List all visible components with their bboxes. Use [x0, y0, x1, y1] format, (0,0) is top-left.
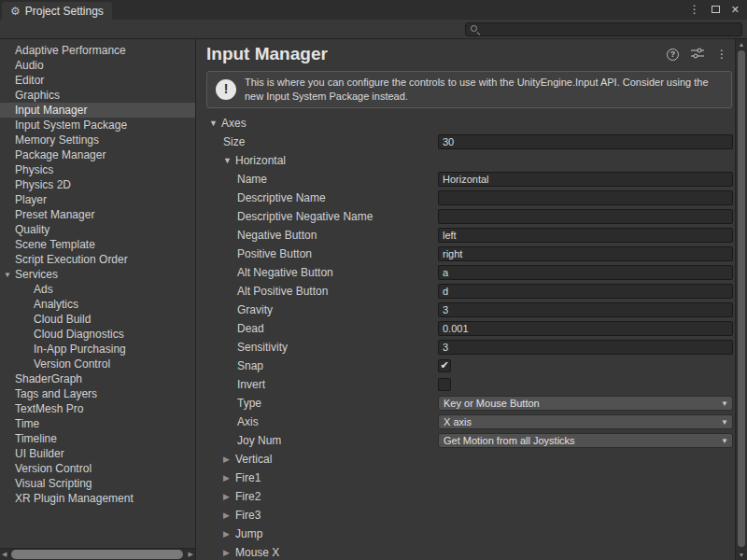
- sidebar-item-version-control[interactable]: Version Control: [0, 461, 195, 476]
- sidebar-item-physics-2d[interactable]: Physics 2D: [0, 177, 195, 192]
- descriptive-name-input[interactable]: [438, 190, 733, 205]
- sidebar-item-graphics[interactable]: Graphics: [0, 88, 195, 103]
- alt-positive-button-input[interactable]: [438, 284, 733, 299]
- negative-button-input[interactable]: [438, 228, 733, 243]
- horizontal-scroll-thumb[interactable]: [11, 550, 183, 559]
- sidebar-item-memory-settings[interactable]: Memory Settings: [0, 133, 195, 147]
- more-options-icon[interactable]: ⋮: [716, 48, 727, 61]
- row-horizontal[interactable]: ▼Horizontal: [196, 151, 735, 170]
- row-control-area: [438, 209, 733, 224]
- dead-input[interactable]: [438, 321, 733, 336]
- sidebar-item-quality[interactable]: Quality: [0, 222, 195, 237]
- name-input[interactable]: [438, 172, 733, 187]
- snap-checkbox[interactable]: ✔: [438, 359, 451, 372]
- sidebar-item-label: Cloud Build: [34, 313, 91, 326]
- sidebar-item-ui-builder[interactable]: UI Builder: [0, 446, 195, 461]
- maximize-icon[interactable]: [712, 6, 720, 13]
- search-input[interactable]: [484, 23, 738, 35]
- preset-icon[interactable]: [691, 48, 704, 62]
- sidebar-item-scene-template[interactable]: Scene Template: [0, 237, 195, 252]
- axis-dropdown[interactable]: X axis▼: [438, 414, 733, 429]
- sidebar-item-cloud-build[interactable]: Cloud Build: [0, 312, 195, 327]
- scroll-down-icon[interactable]: ▼: [736, 552, 747, 558]
- row-vertical[interactable]: ▶Vertical: [196, 450, 735, 469]
- foldout-arrow-icon[interactable]: ▶: [223, 492, 235, 501]
- row-name: Name: [196, 170, 735, 189]
- row-jump[interactable]: ▶Jump: [196, 525, 735, 543]
- field-label: Alt Positive Button: [237, 285, 328, 298]
- sidebar-item-analytics[interactable]: Analytics: [0, 297, 195, 312]
- positive-button-input[interactable]: [438, 246, 733, 261]
- foldout-arrow-icon[interactable]: ▼: [209, 119, 221, 128]
- field-label: Dead: [237, 322, 264, 335]
- row-fire1[interactable]: ▶Fire1: [196, 469, 735, 487]
- alt-negative-button-input[interactable]: [438, 265, 733, 280]
- tab-project-settings[interactable]: ⚙ Project Settings: [2, 2, 112, 20]
- size-input[interactable]: [438, 134, 733, 149]
- row-mouse-x[interactable]: ▶Mouse X: [196, 543, 735, 560]
- row-control-area: [438, 302, 733, 317]
- vertical-scrollbar[interactable]: ▲ ▼: [735, 39, 747, 560]
- scroll-left-icon[interactable]: ◀: [2, 551, 7, 558]
- sidebar-item-ads[interactable]: Ads: [0, 282, 195, 297]
- field-label: Mouse X: [235, 546, 279, 559]
- sidebar-item-cloud-diagnostics[interactable]: Cloud Diagnostics: [0, 327, 195, 342]
- window-controls: ⋮ ✕: [689, 3, 740, 16]
- sidebar-item-textmesh-pro[interactable]: TextMesh Pro: [0, 401, 195, 416]
- gravity-input[interactable]: [438, 302, 733, 317]
- sidebar-item-script-execution-order[interactable]: Script Execution Order: [0, 252, 195, 267]
- sidebar-item-xr-plugin-management[interactable]: XR Plugin Management: [0, 491, 195, 506]
- foldout-arrow-icon[interactable]: ▶: [223, 529, 235, 539]
- foldout-arrow-icon[interactable]: ▶: [223, 548, 235, 557]
- field-label: Name: [237, 173, 267, 186]
- sidebar-item-adaptive-performance[interactable]: Adaptive Performance: [0, 43, 195, 58]
- sidebar-item-shadergraph[interactable]: ShaderGraph: [0, 371, 195, 386]
- sidebar-item-player[interactable]: Player: [0, 192, 195, 207]
- sidebar-item-timeline[interactable]: Timeline: [0, 431, 195, 446]
- vertical-scroll-thumb[interactable]: [738, 50, 745, 547]
- close-icon[interactable]: ✕: [731, 4, 740, 16]
- window-menu-icon[interactable]: ⋮: [689, 3, 700, 16]
- sidebar-item-version-control[interactable]: Version Control: [0, 357, 195, 371]
- row-label-area: ▶Vertical: [196, 453, 438, 466]
- foldout-arrow-icon[interactable]: ▼: [223, 156, 235, 165]
- foldout-arrow-icon[interactable]: ▶: [223, 455, 235, 464]
- sidebar-item-label: Preset Manager: [15, 208, 94, 221]
- scroll-right-icon[interactable]: ▶: [189, 551, 193, 558]
- type-dropdown[interactable]: Key or Mouse Button▼: [438, 396, 733, 411]
- sidebar-item-package-manager[interactable]: Package Manager: [0, 147, 195, 162]
- sidebar-item-services[interactable]: ▼Services: [0, 267, 195, 282]
- row-label-area: ▶Mouse X: [196, 546, 438, 559]
- sidebar-item-label: Tags and Layers: [15, 387, 97, 400]
- sensitivity-input[interactable]: [438, 340, 733, 355]
- sidebar-item-in-app-purchasing[interactable]: In-App Purchasing: [0, 342, 195, 357]
- sidebar-item-time[interactable]: Time: [0, 416, 195, 431]
- help-icon[interactable]: ?: [667, 49, 679, 61]
- sidebar-item-preset-manager[interactable]: Preset Manager: [0, 207, 195, 222]
- checkmark-icon: ✔: [440, 359, 448, 371]
- invert-checkbox[interactable]: [438, 378, 451, 391]
- field-label: Gravity: [237, 303, 273, 316]
- sidebar-item-physics[interactable]: Physics: [0, 162, 195, 177]
- search-box[interactable]: [465, 22, 742, 36]
- row-label-area: Alt Positive Button: [196, 285, 438, 298]
- scroll-up-icon[interactable]: ▲: [736, 41, 747, 48]
- sidebar-item-editor[interactable]: Editor: [0, 73, 195, 88]
- sidebar-item-input-system-package[interactable]: Input System Package: [0, 118, 195, 133]
- foldout-arrow-icon[interactable]: ▼: [4, 271, 15, 279]
- row-label-area: ▶Jump: [196, 527, 438, 540]
- row-fire3[interactable]: ▶Fire3: [196, 506, 735, 525]
- descriptive-negative-name-input[interactable]: [438, 209, 733, 224]
- row-axes[interactable]: ▼Axes: [196, 114, 735, 133]
- row-label-area: Negative Button: [196, 229, 438, 242]
- sidebar-item-audio[interactable]: Audio: [0, 58, 195, 73]
- row-fire2[interactable]: ▶Fire2: [196, 487, 735, 506]
- foldout-arrow-icon[interactable]: ▶: [223, 511, 235, 520]
- sidebar-item-tags-and-layers[interactable]: Tags and Layers: [0, 386, 195, 401]
- foldout-arrow-icon[interactable]: ▶: [223, 473, 235, 483]
- sidebar-item-input-manager[interactable]: Input Manager: [0, 103, 195, 118]
- sidebar-item-visual-scripting[interactable]: Visual Scripting: [0, 476, 195, 491]
- sidebar-horizontal-scrollbar[interactable]: ◀ ▶: [0, 548, 195, 560]
- main-panel: Input Manager ? ⋮ ! This is where you ca…: [196, 39, 735, 560]
- joy-num-dropdown[interactable]: Get Motion from all Joysticks▼: [438, 433, 733, 448]
